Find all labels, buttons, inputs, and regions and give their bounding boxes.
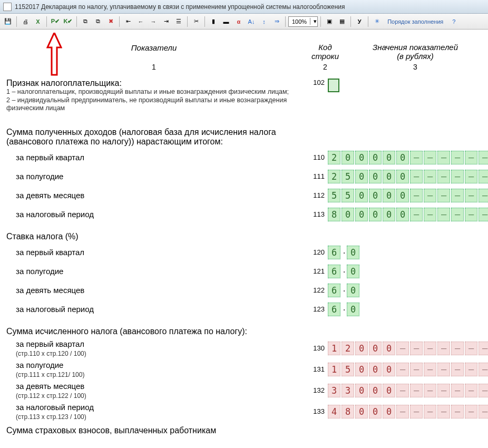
digit-cell[interactable]: 0: [341, 151, 354, 164]
digit-cell[interactable]: 0: [369, 363, 382, 376]
digit-cell[interactable]: 0: [369, 342, 382, 355]
digit-cell[interactable]: 6: [328, 246, 340, 259]
digit-cell[interactable]: –: [451, 208, 464, 221]
settings-icon[interactable]: ✳: [371, 16, 383, 27]
digit-cell[interactable]: 0: [355, 208, 368, 221]
zoom-select[interactable]: 100% ▾: [288, 16, 318, 27]
save-icon[interactable]: 💾: [2, 16, 14, 27]
digit-cell[interactable]: –: [465, 189, 477, 202]
fill-order-link[interactable]: Порядок заполнения: [384, 16, 447, 27]
digit-cell[interactable]: –: [479, 363, 488, 376]
tree-icon[interactable]: ☰: [173, 16, 184, 27]
goto-icon[interactable]: ⇒: [271, 16, 282, 27]
digit-cell[interactable]: 0: [369, 170, 382, 183]
digit-cell[interactable]: –: [451, 342, 464, 355]
nav-prev-icon[interactable]: ←: [135, 16, 147, 27]
digit-cell[interactable]: 0: [396, 189, 409, 202]
digit-cell[interactable]: 6: [328, 265, 340, 278]
digit-cell[interactable]: –: [451, 170, 464, 183]
digit-cell[interactable]: 3: [328, 384, 340, 397]
digit-cell[interactable]: –: [451, 405, 464, 418]
digit-cell[interactable]: 0: [355, 405, 368, 418]
digit-cell[interactable]: 0: [347, 303, 359, 316]
digit-cell[interactable]: –: [396, 342, 409, 355]
digit-cell[interactable]: –: [437, 189, 450, 202]
digit-cell[interactable]: 0: [396, 208, 409, 221]
digit-cell[interactable]: –: [410, 405, 423, 418]
digit-cell[interactable]: –: [465, 170, 477, 183]
digit-cell[interactable]: 0: [355, 363, 368, 376]
digit-cell[interactable]: 0: [396, 151, 409, 164]
digit-cell[interactable]: 0: [383, 384, 395, 397]
block2-icon[interactable]: ▬: [220, 16, 232, 27]
digit-cell[interactable]: 0: [383, 151, 395, 164]
sort-asc-icon[interactable]: A↓: [246, 16, 257, 27]
digit-cell[interactable]: 0: [383, 189, 395, 202]
print-icon[interactable]: 🖨: [19, 16, 31, 27]
digit-cell[interactable]: –: [396, 405, 409, 418]
digit-cell[interactable]: –: [437, 170, 450, 183]
nav-last-icon[interactable]: ⇥: [160, 16, 172, 27]
digit-cell[interactable]: –: [410, 208, 423, 221]
digit-cell[interactable]: –: [479, 384, 488, 397]
digit-cell[interactable]: –: [465, 405, 477, 418]
digit-cell[interactable]: 5: [341, 189, 354, 202]
digit-cell[interactable]: 0: [383, 342, 395, 355]
digit-cell[interactable]: –: [451, 363, 464, 376]
digit-cell[interactable]: –: [479, 151, 488, 164]
digit-cell[interactable]: –: [410, 151, 423, 164]
digit-cell[interactable]: 0: [369, 384, 382, 397]
digit-cell[interactable]: –: [424, 363, 436, 376]
digit-cell[interactable]: 0: [383, 405, 395, 418]
digit-cell[interactable]: –: [451, 384, 464, 397]
digit-cell[interactable]: 3: [341, 384, 354, 397]
input-102[interactable]: [328, 79, 339, 92]
excel-icon[interactable]: X: [32, 16, 44, 27]
calc-icon[interactable]: P✔: [50, 16, 61, 27]
digit-cell[interactable]: 0: [355, 342, 368, 355]
digit-cell[interactable]: 0: [396, 170, 409, 183]
digit-cell[interactable]: 1: [328, 342, 340, 355]
digit-cell[interactable]: –: [410, 342, 423, 355]
digit-cell[interactable]: 0: [341, 208, 354, 221]
digit-cell[interactable]: –: [465, 151, 477, 164]
digit-cell[interactable]: –: [396, 363, 409, 376]
digit-cell[interactable]: 2: [328, 170, 340, 183]
check-icon[interactable]: K✔: [62, 16, 74, 27]
digit-cell[interactable]: –: [437, 405, 450, 418]
digit-cell[interactable]: –: [479, 405, 488, 418]
sort-desc-icon[interactable]: ↕: [258, 16, 270, 27]
digit-cell[interactable]: 0: [355, 151, 368, 164]
digit-cell[interactable]: –: [410, 363, 423, 376]
digit-cell[interactable]: –: [424, 151, 436, 164]
digit-cell[interactable]: –: [465, 384, 477, 397]
digit-cell[interactable]: 4: [328, 405, 340, 418]
digit-cell[interactable]: –: [479, 208, 488, 221]
digit-cell[interactable]: –: [424, 170, 436, 183]
digit-cell[interactable]: 5: [341, 170, 354, 183]
digit-cell[interactable]: 0: [383, 170, 395, 183]
digit-cell[interactable]: 0: [369, 189, 382, 202]
digit-cell[interactable]: 0: [355, 170, 368, 183]
digit-cell[interactable]: –: [465, 342, 477, 355]
help-icon[interactable]: ?: [448, 16, 460, 27]
view1-icon[interactable]: ▣: [324, 16, 335, 27]
digit-cell[interactable]: 2: [328, 151, 340, 164]
digit-cell[interactable]: –: [424, 405, 436, 418]
digit-cell[interactable]: –: [437, 342, 450, 355]
digit-cell[interactable]: 2: [341, 342, 354, 355]
digit-cell[interactable]: –: [437, 384, 450, 397]
digit-cell[interactable]: 8: [328, 208, 340, 221]
digit-cell[interactable]: –: [479, 189, 488, 202]
digit-cell[interactable]: –: [451, 151, 464, 164]
digit-cell[interactable]: 0: [355, 384, 368, 397]
nav-next-icon[interactable]: →: [148, 16, 159, 27]
font-icon[interactable]: α: [233, 16, 245, 27]
clear-icon[interactable]: ✂: [190, 16, 202, 27]
digit-cell[interactable]: 0: [347, 265, 359, 278]
digit-cell[interactable]: –: [410, 384, 423, 397]
digit-cell[interactable]: 5: [328, 189, 340, 202]
digit-cell[interactable]: 0: [355, 189, 368, 202]
digit-cell[interactable]: 5: [341, 363, 354, 376]
digit-cell[interactable]: –: [437, 151, 450, 164]
